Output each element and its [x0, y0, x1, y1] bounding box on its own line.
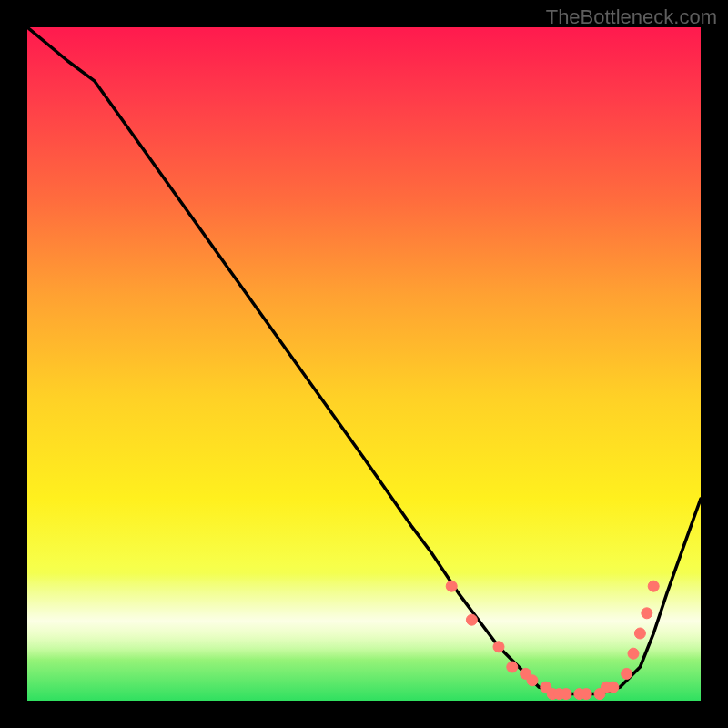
data-marker: [634, 628, 645, 639]
data-marker: [581, 689, 592, 700]
data-marker: [561, 689, 571, 700]
chart-container: TheBottleneck.com: [0, 0, 728, 728]
plot-area: [27, 27, 701, 701]
data-marker: [642, 608, 652, 619]
data-marker: [608, 682, 619, 693]
bottleneck-curve: [27, 27, 701, 694]
data-marker: [446, 581, 457, 592]
data-marker: [622, 668, 632, 679]
data-marker: [628, 648, 639, 659]
data-marker: [493, 642, 504, 652]
curve-svg: [27, 27, 701, 701]
data-marker: [648, 581, 659, 592]
data-marker: [527, 675, 538, 686]
data-marker: [507, 662, 518, 672]
watermark-text: TheBottleneck.com: [546, 5, 717, 29]
data-marker: [466, 614, 477, 625]
